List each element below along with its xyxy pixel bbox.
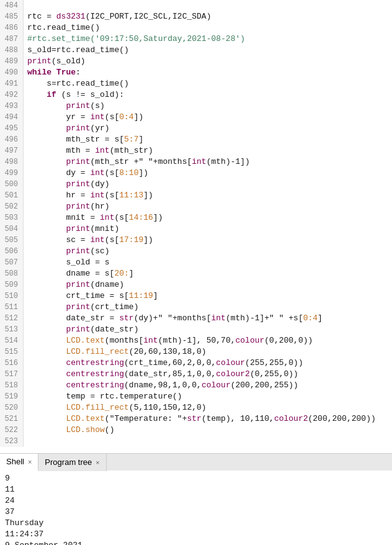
- code-line: 494 yr = int(s[0:4]): [0, 112, 392, 123]
- line-number: 507: [0, 257, 24, 268]
- code-line: 500 print(dy): [0, 179, 392, 190]
- code-line: 486rtc.read_time(): [0, 22, 392, 34]
- code-line: 504 print(mnit): [0, 223, 392, 235]
- line-number: 509: [0, 279, 24, 291]
- tab-shell[interactable]: Shell ×: [0, 454, 38, 471]
- line-content: mth = int(mth_str): [24, 145, 392, 156]
- line-content: mnit = int(s[14:16]): [24, 212, 392, 223]
- code-line: 507 s_old = s: [0, 257, 392, 268]
- line-number: 486: [0, 22, 24, 34]
- line-number: 485: [0, 11, 24, 22]
- tab-program-tree[interactable]: Program tree ×: [38, 454, 106, 471]
- line-number: 517: [0, 369, 24, 380]
- line-number: 506: [0, 246, 24, 257]
- tab-program-tree-close[interactable]: ×: [96, 459, 99, 466]
- line-content: hr = int(s[11:13]): [24, 190, 392, 201]
- shell-line: 11:24:37: [5, 529, 387, 540]
- line-number: 487: [0, 34, 24, 45]
- line-number: 488: [0, 45, 24, 56]
- line-content: centrestring(date_str,85,1,0,0,colour2(0…: [24, 369, 392, 380]
- line-content: LCD.text("Temperature: "+str(temp), 10,1…: [24, 413, 392, 425]
- line-number: 499: [0, 168, 24, 179]
- line-number: 504: [0, 223, 24, 235]
- line-content: print(sc): [24, 246, 392, 257]
- line-number: 505: [0, 235, 24, 246]
- tab-program-tree-label: Program tree: [45, 457, 92, 467]
- line-content: crt_time = s[11:19]: [24, 291, 392, 302]
- code-line: 505 sc = int(s[17:19]): [0, 235, 392, 246]
- line-number: 523: [0, 436, 24, 447]
- code-line: 510 crt_time = s[11:19]: [0, 291, 392, 302]
- line-content: LCD.text(months[int(mth)-1], 50,70,colou…: [24, 335, 392, 346]
- line-number: 502: [0, 201, 24, 212]
- code-line: 495 print(yr): [0, 123, 392, 134]
- line-number: 516: [0, 358, 24, 369]
- shell-line: 9 September 2021: [5, 540, 387, 545]
- line-number: 494: [0, 112, 24, 123]
- line-content: print(yr): [24, 123, 392, 134]
- code-line: 498 print(mth_str +" "+months[int(mth)-1…: [0, 156, 392, 168]
- line-number: 500: [0, 179, 24, 190]
- line-number: 489: [0, 56, 24, 67]
- line-number: 515: [0, 346, 24, 358]
- code-line: 519 temp = rtc.temperature(): [0, 391, 392, 402]
- code-editor: 484 485rtc = ds3231(I2C_PORT,I2C_SCL,I2C…: [0, 0, 392, 453]
- line-number: 520: [0, 402, 24, 413]
- line-number: 491: [0, 78, 24, 89]
- shell-line: 24: [5, 495, 387, 507]
- line-number: 497: [0, 145, 24, 156]
- line-content: [24, 0, 392, 11]
- code-line: 489print(s_old): [0, 56, 392, 67]
- line-content: print(hr): [24, 201, 392, 212]
- line-number: 508: [0, 268, 24, 279]
- line-number: 521: [0, 413, 24, 425]
- line-number: 496: [0, 134, 24, 145]
- shell-output: 9112437Thursday11:24:379 September 2021: [0, 471, 392, 545]
- code-line: 496 mth_str = s[5:7]: [0, 134, 392, 145]
- code-line: 488s_old=rtc.read_time(): [0, 45, 392, 56]
- shell-line: Thursday: [5, 518, 387, 529]
- code-line: 508 dname = s[20:]: [0, 268, 392, 279]
- line-number: 493: [0, 101, 24, 112]
- line-content: print(mnit): [24, 223, 392, 235]
- line-content: print(dy): [24, 179, 392, 190]
- line-content: LCD.fill_rect(20,60,130,18,0): [24, 346, 392, 358]
- line-content: if (s != s_old):: [24, 89, 392, 101]
- line-content: LCD.fill_rect(5,110,150,12,0): [24, 402, 392, 413]
- line-content: print(s_old): [24, 56, 392, 67]
- shell-line: 9: [5, 473, 387, 484]
- code-line: 502 print(hr): [0, 201, 392, 212]
- line-content: temp = rtc.temperature(): [24, 391, 392, 402]
- code-line: 484: [0, 0, 392, 11]
- shell-line: 11: [5, 484, 387, 495]
- line-content: rtc.read_time(): [24, 22, 392, 34]
- line-number: 518: [0, 380, 24, 391]
- code-line: 522 LCD.show(): [0, 425, 392, 436]
- line-content: dname = s[20:]: [24, 268, 392, 279]
- code-line: 503 mnit = int(s[14:16]): [0, 212, 392, 223]
- line-number: 512: [0, 313, 24, 324]
- line-content: print(crt_time): [24, 302, 392, 313]
- line-number: 514: [0, 335, 24, 346]
- line-number: 503: [0, 212, 24, 223]
- line-number: 522: [0, 425, 24, 436]
- code-line: 492 if (s != s_old):: [0, 89, 392, 101]
- code-line: 490while True:: [0, 67, 392, 78]
- code-line: 523: [0, 436, 392, 447]
- code-line: 485rtc = ds3231(I2C_PORT,I2C_SCL,I2C_SDA…: [0, 11, 392, 22]
- line-content: date_str = str(dy)+" "+months[int(mth)-1…: [24, 313, 392, 324]
- line-content: [24, 436, 392, 447]
- code-line: 517 centrestring(date_str,85,1,0,0,colou…: [0, 369, 392, 380]
- line-content: centrestring(dname,98,1,0,0,colour(200,2…: [24, 380, 392, 391]
- tab-shell-close[interactable]: ×: [28, 458, 32, 466]
- code-line: 513 print(date_str): [0, 324, 392, 335]
- line-content: print(mth_str +" "+months[int(mth)-1]): [24, 156, 392, 168]
- line-content: LCD.show(): [24, 425, 392, 436]
- line-number: 495: [0, 123, 24, 134]
- code-line: 511 print(crt_time): [0, 302, 392, 313]
- code-line: 518 centrestring(dname,98,1,0,0,colour(2…: [0, 380, 392, 391]
- line-content: while True:: [24, 67, 392, 78]
- code-line: 493 print(s): [0, 101, 392, 112]
- code-line: 487#rtc.set_time('09:17:50,Saturday,2021…: [0, 34, 392, 45]
- code-line: 499 dy = int(s[8:10]): [0, 168, 392, 179]
